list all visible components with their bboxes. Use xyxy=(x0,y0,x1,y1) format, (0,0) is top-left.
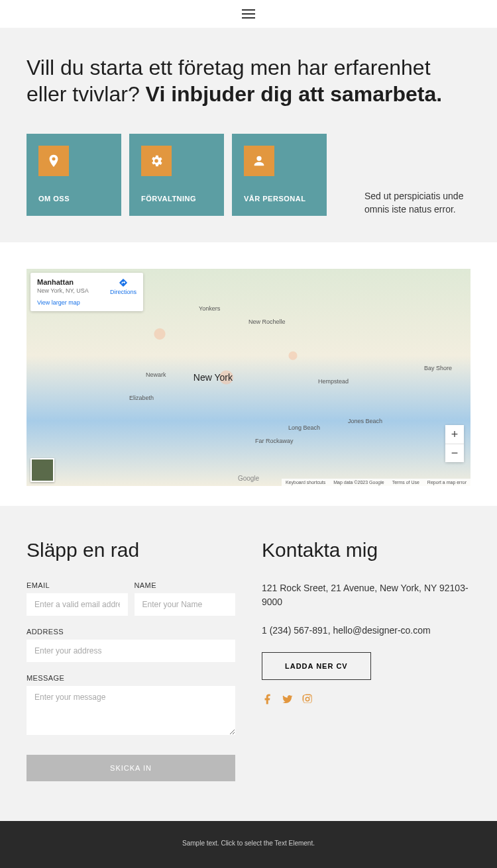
map-attribution: Keyboard shortcuts Map data ©2023 Google… xyxy=(282,479,470,486)
address-field[interactable] xyxy=(27,640,235,662)
map-city-label: Elizabeth xyxy=(129,395,154,401)
map-city-label: Far Rockaway xyxy=(255,438,294,444)
email-label: EMAIL xyxy=(27,581,128,589)
hero-title: Vill du starta ett företag men har erfar… xyxy=(27,54,470,107)
map-satellite-thumb[interactable] xyxy=(30,458,54,482)
message-label: MESSAGE xyxy=(27,674,235,682)
pin-icon xyxy=(38,146,69,176)
map-info-card: Directions Manhattan New York, NY, USA V… xyxy=(30,273,143,311)
contact-address: 121 Rock Sreet, 21 Avenue, New York, NY … xyxy=(262,581,470,609)
card-about[interactable]: OM OSS xyxy=(27,134,121,216)
map[interactable]: Directions Manhattan New York, NY, USA V… xyxy=(27,269,470,486)
directions-label: Directions xyxy=(110,289,137,295)
view-larger-map-link[interactable]: View larger map xyxy=(37,299,80,306)
map-city-label: Hempstead xyxy=(318,378,349,385)
map-footer-item[interactable]: Report a map error xyxy=(427,480,467,485)
map-footer-item[interactable]: Terms of Use xyxy=(392,480,419,485)
map-footer-item: Map data ©2023 Google xyxy=(333,480,384,485)
contact-section: Släpp en rad EMAIL NAME ADDRESS MESSAGE … xyxy=(0,506,497,821)
name-field[interactable] xyxy=(135,593,236,616)
cards-row: OM OSS FÖRVALTNING VÅR PERSONAL Sed ut p… xyxy=(27,134,470,216)
map-city-label: Newark xyxy=(146,371,166,378)
map-city-label: Yonkers xyxy=(199,305,220,312)
footer: Sample text. Click to select the Text El… xyxy=(0,821,497,868)
zoom-in-button[interactable]: + xyxy=(445,425,464,444)
form-column: Släpp en rad EMAIL NAME ADDRESS MESSAGE … xyxy=(27,539,235,781)
download-cv-button[interactable]: LADDA NER CV xyxy=(262,652,371,680)
menu-icon[interactable] xyxy=(242,9,255,19)
contact-heading: Kontakta mig xyxy=(262,539,470,561)
map-center-label: New York xyxy=(193,372,233,383)
hero-section: Vill du starta ett företag men har erfar… xyxy=(0,28,497,242)
instagram-icon[interactable] xyxy=(302,693,313,705)
map-section: Directions Manhattan New York, NY, USA V… xyxy=(0,242,497,506)
card-label: FÖRVALTNING xyxy=(141,195,212,203)
card-label: VÅR PERSONAL xyxy=(244,195,315,203)
social-icons xyxy=(262,693,470,705)
name-label: NAME xyxy=(135,581,236,589)
hero-side-text: Sed ut perspiciatis unde omnis iste natu… xyxy=(364,134,470,216)
gear-icon xyxy=(141,146,172,176)
card-label: OM OSS xyxy=(38,195,109,203)
zoom-out-button[interactable]: − xyxy=(445,444,464,462)
map-city-label: Jones Beach xyxy=(348,418,382,424)
card-management[interactable]: FÖRVALTNING xyxy=(129,134,224,216)
map-city-label: Long Beach xyxy=(288,424,320,431)
form-heading: Släpp en rad xyxy=(27,539,235,561)
email-field[interactable] xyxy=(27,593,128,616)
card-staff[interactable]: VÅR PERSONAL xyxy=(232,134,327,216)
map-footer-item[interactable]: Keyboard shortcuts xyxy=(286,480,325,485)
twitter-icon[interactable] xyxy=(282,693,294,705)
message-field[interactable] xyxy=(27,686,235,735)
google-logo: Google xyxy=(238,475,259,482)
header xyxy=(0,0,497,28)
submit-button[interactable]: SKICKA IN xyxy=(27,755,235,781)
contact-column: Kontakta mig 121 Rock Sreet, 21 Avenue, … xyxy=(262,539,470,781)
address-label: ADDRESS xyxy=(27,628,235,636)
footer-text[interactable]: Sample text. Click to select the Text El… xyxy=(182,840,315,847)
directions-button[interactable]: Directions xyxy=(110,278,137,295)
map-zoom-controls: + − xyxy=(445,425,464,462)
facebook-icon[interactable] xyxy=(262,693,274,705)
contact-phone-email: 1 (234) 567-891, hello@designer-co.com xyxy=(262,624,470,638)
user-icon xyxy=(244,146,274,176)
hero-title-bold: Vi inbjuder dig att samarbeta. xyxy=(146,82,443,106)
map-city-label: Bay Shore xyxy=(424,365,452,371)
map-city-label: New Rochelle xyxy=(248,318,286,325)
